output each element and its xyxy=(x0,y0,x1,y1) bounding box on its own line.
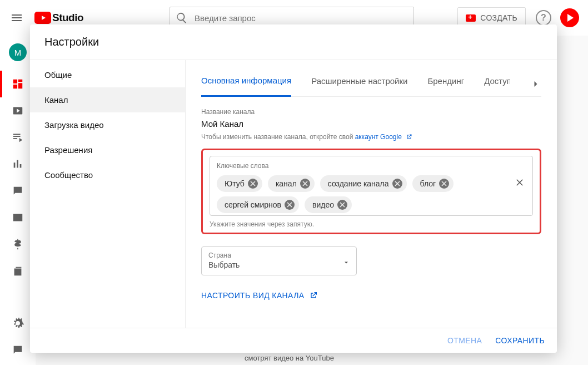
save-button[interactable]: СОХРАНИТЬ xyxy=(495,336,545,345)
remove-chip-icon[interactable] xyxy=(439,179,449,189)
keywords-field[interactable]: Ключевые слова Ютуб канал созд xyxy=(210,156,533,216)
remove-chip-icon[interactable] xyxy=(337,200,347,210)
google-account-link[interactable]: аккаунт Google xyxy=(355,133,402,141)
keywords-label: Ключевые слова xyxy=(217,162,526,170)
clear-keywords-icon[interactable] xyxy=(515,177,525,188)
remove-chip-icon[interactable] xyxy=(248,179,258,189)
sidebar-item-community[interactable]: Сообщество xyxy=(30,162,185,188)
cancel-button[interactable]: ОТМЕНА xyxy=(447,336,482,345)
modal-footer: ОТМЕНА СОХРАНИТЬ xyxy=(30,328,557,353)
channel-name-hint: Чтобы изменить название канала, откройте… xyxy=(201,133,541,141)
keywords-hint: Укажите значения через запятую. xyxy=(210,220,533,228)
settings-modal: Настройки Общие Канал Загрузка видео Раз… xyxy=(30,24,557,353)
keyword-chip: создание канала xyxy=(320,175,407,192)
sidebar-item-general[interactable]: Общие xyxy=(30,62,185,87)
keyword-chip: блог xyxy=(412,175,454,192)
sidebar-item-channel[interactable]: Канал xyxy=(30,87,185,112)
keyword-chip: канал xyxy=(268,175,315,192)
keyword-chip: Ютуб xyxy=(217,175,262,192)
country-label: Страна xyxy=(208,251,350,259)
external-link-icon xyxy=(309,291,318,300)
remove-chip-icon[interactable] xyxy=(285,200,295,210)
sidebar-item-upload[interactable]: Загрузка видео xyxy=(30,112,185,137)
country-select[interactable]: Страна Выбрать xyxy=(201,246,357,275)
keywords-callout: Ключевые слова Ютуб канал созд xyxy=(201,149,541,234)
sidebar-item-permissions[interactable]: Разрешения xyxy=(30,137,185,162)
remove-chip-icon[interactable] xyxy=(300,179,310,189)
channel-name-label: Название канала xyxy=(201,108,541,116)
country-value: Выбрать xyxy=(208,260,350,269)
channel-name-value: Мой Канал xyxy=(201,119,541,129)
tabs-scroll-right-icon[interactable] xyxy=(530,78,541,90)
keyword-chip: сергей смирнов xyxy=(217,196,299,213)
tab-access[interactable]: Доступ xyxy=(484,72,510,96)
keyword-chip: видео xyxy=(305,196,352,213)
keyword-chips: Ютуб канал создание канала xyxy=(217,175,526,213)
settings-tabs: Основная информация Расширенные настройк… xyxy=(201,71,541,97)
modal-overlay: Настройки Общие Канал Загрузка видео Раз… xyxy=(0,0,588,365)
tab-basic-info[interactable]: Основная информация xyxy=(201,71,291,97)
settings-sidebar: Общие Канал Загрузка видео Разрешения Со… xyxy=(30,60,186,328)
tab-branding[interactable]: Брендинг xyxy=(427,72,464,96)
modal-title: Настройки xyxy=(30,24,557,60)
settings-pane: Основная информация Расширенные настройк… xyxy=(186,60,557,328)
external-link-icon xyxy=(406,134,412,140)
remove-chip-icon[interactable] xyxy=(392,179,402,189)
customize-channel-link[interactable]: НАСТРОИТЬ ВИД КАНАЛА xyxy=(201,291,541,300)
tab-advanced[interactable]: Расширенные настройки xyxy=(311,72,407,96)
chevron-down-icon xyxy=(343,259,350,266)
